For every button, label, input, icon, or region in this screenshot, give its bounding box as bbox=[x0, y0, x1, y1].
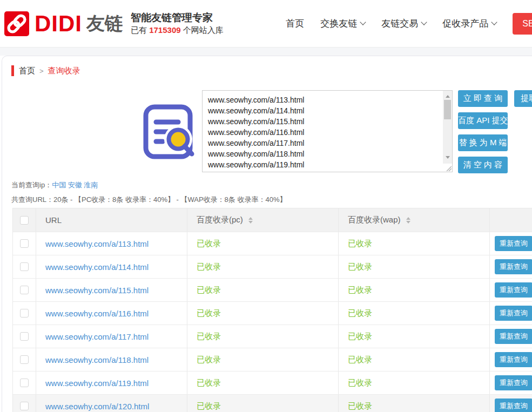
wap-status: 已收录 bbox=[348, 355, 372, 365]
row-checkbox[interactable] bbox=[20, 286, 29, 294]
row-url-link[interactable]: www.seowhy.com/a/120.html bbox=[45, 402, 149, 411]
wap-status: 已收录 bbox=[348, 378, 372, 388]
nav-item-home[interactable]: 首页 bbox=[286, 17, 304, 30]
breadcrumb-current: 查询收录 bbox=[48, 66, 80, 76]
query-buttons: 立 即 查 询 百度 API 提交 替 换 为 M 端 清 空 内 容 bbox=[458, 90, 508, 173]
scrollbar-track[interactable] bbox=[443, 91, 452, 164]
pc-status: 已收录 bbox=[197, 378, 221, 388]
table-row: www.seowhy.com/a/115.html 已收录 已收录 重新查询 bbox=[13, 278, 532, 301]
replace-mobile-button[interactable]: 替 换 为 M 端 bbox=[458, 134, 508, 151]
baidu-api-submit-button[interactable]: 百度 API 提交 bbox=[458, 112, 508, 129]
row-url-link[interactable]: www.seowhy.com/a/114.html bbox=[45, 262, 149, 272]
row-url-link[interactable]: www.seowhy.com/a/119.html bbox=[45, 379, 149, 388]
chevron-down-icon bbox=[360, 19, 366, 25]
logo-suffix: 友链 bbox=[86, 11, 123, 36]
ip-location-link[interactable]: 中国 安徽 淮南 bbox=[52, 181, 98, 189]
wap-status: 已收录 bbox=[348, 401, 372, 411]
breadcrumb-accent-bar bbox=[11, 65, 14, 76]
requery-button[interactable]: 重新查询 bbox=[495, 329, 532, 344]
row-checkbox[interactable] bbox=[20, 379, 29, 387]
nav-item-index-products[interactable]: 促收录产品 bbox=[442, 17, 496, 30]
sort-icon[interactable] bbox=[406, 215, 410, 226]
table-row: www.seowhy.com/a/116.html 已收录 已收录 重新查询 bbox=[13, 301, 532, 325]
tagline-block: 智能友链管理专家 已有 1715309 个网站入库 bbox=[131, 11, 224, 36]
row-url-link[interactable]: www.seowhy.com/a/113.html bbox=[45, 239, 149, 248]
requery-button[interactable]: 重新查询 bbox=[495, 306, 532, 321]
row-checkbox[interactable] bbox=[20, 262, 29, 271]
row-checkbox[interactable] bbox=[20, 355, 29, 364]
requery-button[interactable]: 重新查询 bbox=[495, 236, 532, 251]
results-table: URL 百度收录(pc) 百度收录(wap) www.seowhy.com/a/… bbox=[12, 208, 532, 412]
table-row: www.seowhy.com/a/114.html 已收录 已收录 重新查询 bbox=[13, 255, 532, 278]
scrollbar-thumb[interactable] bbox=[444, 100, 451, 119]
url-textarea-wrap: www.seowhy.com/a/113.html www.seowhy.com… bbox=[202, 90, 453, 172]
site-count: 1715309 bbox=[149, 25, 180, 35]
table-row: www.seowhy.com/a/117.html 已收录 已收录 重新查询 bbox=[13, 325, 532, 348]
tagline-title: 智能友链管理专家 bbox=[131, 11, 224, 24]
wap-status: 已收录 bbox=[348, 285, 372, 295]
logo-text: DIDI bbox=[35, 11, 82, 37]
row-url-link[interactable]: www.seowhy.com/a/116.html bbox=[45, 309, 149, 318]
table-row: www.seowhy.com/a/120.html 已收录 已收录 重新查询 bbox=[13, 394, 532, 412]
main-nav: 首页 交换友链 友链交易 促收录产品 SEO bbox=[286, 13, 532, 35]
select-all-checkbox[interactable] bbox=[20, 216, 29, 225]
row-url-link[interactable]: www.seowhy.com/a/118.html bbox=[45, 355, 149, 364]
chevron-down-icon bbox=[421, 19, 427, 25]
table-body: www.seowhy.com/a/113.html 已收录 已收录 重新查询 w… bbox=[13, 232, 532, 412]
textarea-scrollbar bbox=[443, 91, 452, 172]
breadcrumb-separator: > bbox=[39, 67, 44, 75]
row-checkbox[interactable] bbox=[20, 239, 29, 248]
chain-link-logo-icon bbox=[4, 11, 29, 36]
row-url-link[interactable]: www.seowhy.com/a/117.html bbox=[45, 332, 149, 341]
query-now-button[interactable]: 立 即 查 询 bbox=[458, 90, 508, 107]
row-checkbox[interactable] bbox=[20, 309, 29, 318]
query-stats-line: 共查询URL：20条 - 【PC收录：8条 收录率：40%】 - 【WAP收录：… bbox=[11, 195, 532, 205]
query-section: www.seowhy.com/a/113.html www.seowhy.com… bbox=[2, 90, 532, 173]
page-background-band bbox=[0, 48, 532, 56]
breadcrumb-home-link[interactable]: 首页 bbox=[19, 66, 35, 76]
table-row: www.seowhy.com/a/118.html 已收录 已收录 重新查询 bbox=[13, 348, 532, 371]
pc-status: 已收录 bbox=[197, 262, 221, 272]
logo[interactable]: DIDI 友链 智能友链管理专家 已有 1715309 个网站入库 bbox=[4, 11, 224, 37]
requery-button[interactable]: 重新查询 bbox=[495, 282, 532, 298]
sort-icon[interactable] bbox=[248, 215, 253, 226]
pc-status: 已收录 bbox=[197, 308, 221, 319]
content-card: 首页 > 查询收录 www.seowhy.com/a/113.html www.… bbox=[2, 56, 532, 412]
requery-button[interactable]: 重新查询 bbox=[495, 352, 532, 367]
pc-status: 已收录 bbox=[197, 239, 221, 249]
wap-status: 已收录 bbox=[348, 239, 372, 249]
scroll-down-icon[interactable] bbox=[446, 156, 450, 161]
breadcrumb: 首页 > 查询收录 bbox=[11, 65, 532, 76]
chevron-down-icon bbox=[491, 19, 497, 25]
url-input-textarea[interactable]: www.seowhy.com/a/113.html www.seowhy.com… bbox=[203, 91, 443, 172]
nav-item-link-trade[interactable]: 友链交易 bbox=[381, 17, 426, 30]
requery-button[interactable]: 重新查询 bbox=[495, 259, 532, 274]
site-header: DIDI 友链 智能友链管理专家 已有 1715309 个网站入库 首页 交换友… bbox=[0, 0, 532, 48]
ip-label: 当前查询ip： bbox=[11, 181, 52, 189]
scroll-up-icon[interactable] bbox=[446, 93, 450, 98]
wap-status: 已收录 bbox=[348, 308, 372, 319]
pc-status: 已收录 bbox=[197, 401, 221, 411]
extract-button[interactable]: 提取 bbox=[514, 90, 532, 107]
requery-button[interactable]: 重新查询 bbox=[495, 399, 532, 412]
clear-content-button[interactable]: 清 空 内 容 bbox=[458, 157, 508, 173]
pc-status: 已收录 bbox=[197, 285, 221, 295]
wap-status: 已收录 bbox=[348, 262, 372, 272]
current-ip-line: 当前查询ip：中国 安徽 淮南 bbox=[11, 180, 532, 190]
document-search-icon bbox=[138, 102, 198, 163]
row-checkbox[interactable] bbox=[20, 402, 29, 410]
nav-item-exchange-links[interactable]: 交换友链 bbox=[320, 17, 365, 30]
requery-button[interactable]: 重新查询 bbox=[495, 375, 532, 390]
table-row: www.seowhy.com/a/113.html 已收录 已收录 重新查询 bbox=[13, 232, 532, 255]
col-header-url: URL bbox=[45, 215, 62, 225]
col-header-wap: 百度收录(wap) bbox=[348, 215, 401, 225]
tagline-stats: 已有 1715309 个网站入库 bbox=[131, 24, 224, 36]
resize-grip-icon[interactable] bbox=[443, 164, 452, 172]
row-checkbox[interactable] bbox=[20, 332, 29, 341]
table-header: URL 百度收录(pc) 百度收录(wap) bbox=[13, 208, 532, 232]
wap-status: 已收录 bbox=[348, 332, 372, 342]
pc-status: 已收录 bbox=[197, 355, 221, 365]
nav-seo-button[interactable]: SEO bbox=[513, 13, 532, 35]
col-header-pc: 百度收录(pc) bbox=[197, 215, 243, 225]
row-url-link[interactable]: www.seowhy.com/a/115.html bbox=[45, 286, 149, 295]
